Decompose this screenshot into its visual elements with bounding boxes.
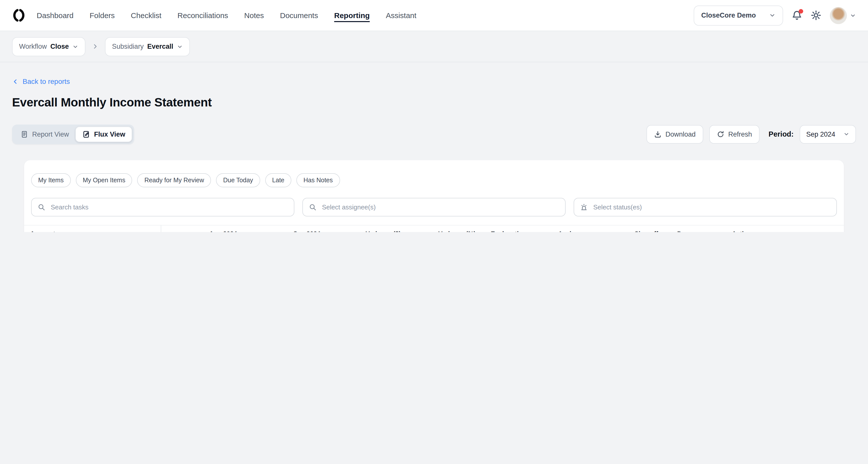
- filter-chip-my-items[interactable]: My Items: [31, 173, 70, 187]
- subsidiary-value: Evercall: [147, 43, 173, 50]
- column-header-actions: Actions: [732, 230, 844, 232]
- nav-item-notes[interactable]: Notes: [244, 11, 264, 20]
- report-view-tab[interactable]: Report View: [14, 126, 75, 142]
- nav-item-reporting[interactable]: Reporting: [334, 11, 370, 20]
- status-filter-input[interactable]: [592, 203, 830, 211]
- period-value: Sep 2024: [806, 130, 835, 138]
- nav-item-dashboard[interactable]: Dashboard: [37, 11, 73, 20]
- workspace-name: CloseCore Demo: [701, 11, 756, 19]
- column-header-assignee: Assignee: [558, 230, 634, 232]
- column-header-aug-2024: Aug 2024: [161, 230, 237, 232]
- column-header-sep-2024: Sep 2024: [237, 230, 320, 232]
- notifications-button[interactable]: [792, 10, 802, 21]
- workspace-selector[interactable]: CloseCore Demo: [694, 5, 783, 25]
- filter-chip-late[interactable]: Late: [265, 173, 291, 187]
- nav-item-reconciliations[interactable]: Reconciliations: [178, 11, 228, 20]
- column-header-sign-off: Sign-off: [634, 230, 677, 232]
- search-icon: [38, 203, 45, 211]
- filter-chip-ready-for-my-review[interactable]: Ready for My Review: [137, 173, 211, 187]
- nav-item-documents[interactable]: Documents: [280, 11, 318, 20]
- subsidiary-label: Subsidiary: [112, 43, 144, 50]
- flux-view-tab[interactable]: Flux View: [75, 126, 132, 142]
- column-header-variance-: Variance ($): [320, 230, 401, 232]
- report-view-label: Report View: [32, 130, 69, 138]
- table-filters: [24, 187, 844, 216]
- column-header-due: Due: [677, 230, 732, 232]
- nav-item-assistant[interactable]: Assistant: [386, 11, 416, 20]
- document-icon: [21, 130, 28, 138]
- back-to-reports-link[interactable]: Back to reports: [12, 78, 70, 85]
- assignee-filter-field: [302, 197, 566, 216]
- workflow-label: Workflow: [19, 43, 47, 50]
- refresh-label: Refresh: [728, 130, 752, 138]
- app-logo-icon: [12, 8, 26, 22]
- period-select[interactable]: Sep 2024: [800, 125, 856, 143]
- search-tasks-input[interactable]: [50, 203, 288, 211]
- workflow-value: Close: [51, 43, 69, 50]
- status-filter-field: [574, 197, 837, 216]
- report-toolbar: Report View Flux View: [12, 124, 856, 144]
- pen-notebook-icon: [83, 130, 90, 138]
- notification-dot: [799, 9, 803, 13]
- table-header: AccountAug 2024Sep 2024Variance ($)Varia…: [24, 225, 844, 232]
- period-label: Period:: [769, 130, 794, 138]
- page-title: Evercall Monthly Income Statement: [12, 95, 856, 109]
- nav-item-checklist[interactable]: Checklist: [131, 11, 161, 20]
- subsidiary-selector[interactable]: Subsidiary Evercall: [105, 37, 190, 56]
- nav-item-folders[interactable]: Folders: [90, 11, 115, 20]
- download-label: Download: [665, 130, 695, 138]
- assignee-filter-input[interactable]: [321, 203, 559, 211]
- flux-view-label: Flux View: [94, 130, 125, 138]
- chevron-down-icon: [177, 43, 183, 50]
- column-header-variance-: Variance (%): [401, 230, 476, 232]
- flux-table-card: My ItemsMy Open ItemsReady for My Review…: [24, 160, 844, 232]
- refresh-icon: [717, 130, 724, 138]
- chevron-down-icon: [769, 12, 776, 19]
- download-icon: [654, 130, 661, 138]
- view-toggle: Report View Flux View: [12, 124, 134, 144]
- main-nav: DashboardFoldersChecklistReconciliations…: [37, 11, 416, 20]
- filter-chip-my-open-items[interactable]: My Open Items: [75, 173, 132, 187]
- user-avatar[interactable]: [830, 7, 847, 24]
- workflow-selector[interactable]: Workflow Close: [12, 37, 85, 56]
- app-root: DashboardFoldersChecklistReconciliations…: [0, 0, 868, 232]
- top-nav-right: CloseCore Demo: [694, 5, 856, 25]
- chevron-left-icon: [12, 78, 19, 85]
- refresh-button[interactable]: Refresh: [709, 125, 760, 143]
- chevron-right-icon: [92, 43, 98, 50]
- filter-chip-due-today[interactable]: Due Today: [216, 173, 260, 187]
- download-button[interactable]: Download: [646, 125, 703, 143]
- column-header-account: Account: [24, 225, 161, 232]
- status-beacon-icon: [580, 203, 588, 211]
- search-icon: [309, 203, 316, 211]
- settings-button[interactable]: [811, 10, 821, 21]
- context-bar: Workflow Close Subsidiary Evercall: [0, 31, 868, 62]
- gear-icon: [811, 10, 821, 21]
- chevron-down-icon[interactable]: [850, 12, 856, 18]
- filter-chips: My ItemsMy Open ItemsReady for My Review…: [24, 160, 844, 187]
- filter-chip-has-notes[interactable]: Has Notes: [297, 173, 340, 187]
- search-tasks-field: [31, 197, 294, 216]
- back-link-label: Back to reports: [23, 78, 70, 85]
- chevron-down-icon: [843, 131, 849, 137]
- chevron-down-icon: [72, 43, 79, 50]
- column-header-explanation: Explanation: [476, 230, 558, 232]
- top-nav: DashboardFoldersChecklistReconciliations…: [0, 0, 868, 31]
